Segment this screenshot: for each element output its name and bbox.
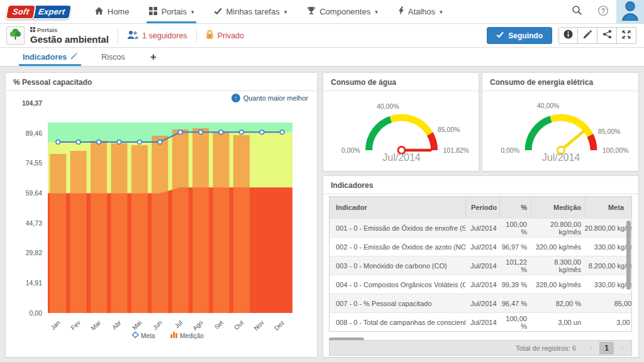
table-row[interactable]: 007 - 0 - % Pessoal capacitadoJul/201496… bbox=[330, 293, 631, 312]
add-tab-button[interactable]: + bbox=[145, 48, 162, 66]
table-row[interactable]: 004 - 0 - Compostos Orgânicos Voláteis (… bbox=[330, 275, 631, 293]
svg-text:89,46: 89,46 bbox=[26, 129, 42, 137]
svg-text:Set: Set bbox=[213, 319, 225, 331]
grid-icon bbox=[149, 7, 157, 17]
panel-consumo-agua: Consumo de água 0,00%40,00%85,00%101,82%… bbox=[323, 72, 479, 172]
user-avatar[interactable] bbox=[616, 0, 644, 23]
table-cell: 8.200,00 kg/mês bbox=[585, 256, 631, 275]
panel-title: Consumo de energia elétrica bbox=[482, 73, 638, 91]
svg-text:59,64: 59,64 bbox=[26, 189, 42, 197]
top-nav-right: ? bbox=[564, 0, 644, 23]
search-icon bbox=[572, 5, 582, 18]
table-row[interactable]: 003 - 0 - Monóxido de carbono (CO)Jul/20… bbox=[330, 256, 631, 275]
table-cell: 3,00 un bbox=[531, 319, 585, 326]
info-button[interactable] bbox=[558, 27, 578, 44]
panel-indicadores: Indicadores Indicador Período % Medição … bbox=[323, 175, 639, 358]
chevron-down-icon: ▾ bbox=[284, 9, 287, 15]
person-icon bbox=[621, 1, 639, 23]
svg-text:Dez: Dez bbox=[273, 319, 286, 332]
svg-text:Ago: Ago bbox=[191, 319, 204, 332]
next-page-button[interactable]: › bbox=[615, 342, 630, 354]
svg-text:29,82: 29,82 bbox=[26, 249, 42, 256]
column-header-meta: Meta bbox=[585, 197, 631, 218]
svg-text:Medição: Medição bbox=[180, 332, 204, 339]
following-button[interactable]: Seguindo bbox=[487, 27, 552, 44]
vertical-scrollbar-thumb[interactable] bbox=[626, 221, 631, 290]
prev-page-button[interactable]: ‹ bbox=[584, 342, 598, 354]
svg-text:Meta: Meta bbox=[141, 332, 155, 339]
svg-text:Out: Out bbox=[233, 319, 245, 331]
nav-item-componentes[interactable]: Componentes ▾ bbox=[297, 0, 387, 23]
home-icon bbox=[94, 6, 104, 18]
table-cell: 96,47 % bbox=[499, 300, 531, 307]
page-title: Gestão ambiental bbox=[30, 35, 109, 44]
table-cell: 004 - 0 - Compostos Orgânicos Voláteis (… bbox=[330, 281, 465, 288]
following-label: Seguindo bbox=[508, 31, 543, 40]
table-cell: 003 - 0 - Monóxido de carbono (CO) bbox=[330, 262, 465, 270]
table-footer: Total de registros: 6 ‹ 1 › bbox=[329, 340, 632, 356]
table-row[interactable]: 002 - 0 - Emissão de Óxidos de azoto (NO… bbox=[330, 237, 631, 256]
nav-item-minhas-tarefas[interactable]: Minhas tarefas ▾ bbox=[204, 0, 297, 23]
nav-item-atalhos[interactable]: Atalhos ▾ bbox=[388, 0, 453, 23]
portal-header: Portais Gestão ambiental 1 seguidores Pr… bbox=[0, 24, 644, 48]
tab-indicadores[interactable]: Indicadores bbox=[19, 48, 81, 66]
nav-item-label: Atalhos bbox=[408, 7, 435, 16]
table-cell: 96,97 % bbox=[499, 243, 531, 251]
search-button[interactable] bbox=[564, 0, 590, 23]
table-cell: 100,00 % bbox=[499, 221, 531, 236]
followers-label: 1 seguidores bbox=[142, 31, 187, 40]
page-1-button[interactable]: 1 bbox=[599, 342, 614, 354]
svg-text:Fev: Fev bbox=[69, 319, 82, 332]
svg-text:101,82%: 101,82% bbox=[443, 146, 469, 154]
chevron-down-icon: ▾ bbox=[191, 9, 194, 15]
svg-text:Abr: Abr bbox=[111, 319, 123, 331]
table-cell: 20.800,00 kg/mês bbox=[531, 221, 585, 236]
panel-pessoal-capacitado: % Pessoal capacitado ↑ Quanto maior melh… bbox=[5, 72, 318, 358]
svg-text:104,37: 104,37 bbox=[22, 99, 42, 107]
people-icon bbox=[127, 30, 138, 41]
fullscreen-button[interactable] bbox=[617, 27, 636, 44]
privacy-status: Privado bbox=[206, 30, 244, 41]
table-row[interactable]: 008 - 0 - Total de campanhas de conscien… bbox=[330, 312, 631, 331]
panel-title: Consumo de água bbox=[323, 73, 479, 91]
table-cell: 320,00 kg/mês bbox=[531, 243, 585, 251]
panel-consumo-energia: Consumo de energia elétrica 0,00%40,00%8… bbox=[482, 72, 639, 172]
nav-item-label: Home bbox=[108, 7, 130, 16]
svg-text:14,91: 14,91 bbox=[26, 279, 42, 287]
top-navigation: Soft Expert Home Portais ▾ Minhas tarefa… bbox=[0, 0, 644, 24]
table-row[interactable]: 001 - 0 - Emissão de Óxidos de enxofre (… bbox=[330, 218, 631, 237]
svg-text:Nov: Nov bbox=[252, 319, 265, 332]
table-cell: Jul/2014 bbox=[465, 300, 499, 307]
softexpert-logo[interactable]: Soft Expert bbox=[6, 0, 72, 23]
bar-line-chart: 0,0014,9129,8244,7359,6474,5589,46104,37… bbox=[6, 89, 317, 357]
check-icon bbox=[496, 31, 504, 40]
lightning-icon bbox=[398, 6, 404, 17]
chevron-down-icon: ▾ bbox=[375, 9, 378, 15]
grid-icon bbox=[30, 27, 35, 33]
portal-avatar bbox=[6, 26, 25, 45]
lock-icon bbox=[206, 30, 214, 41]
followers-link[interactable]: 1 seguidores bbox=[127, 30, 187, 41]
table-cell: 99,39 % bbox=[499, 281, 531, 288]
tab-riscos[interactable]: Riscos bbox=[97, 48, 129, 66]
svg-text:44,73: 44,73 bbox=[26, 219, 42, 227]
table-cell: 82,00 % bbox=[531, 300, 585, 307]
indicators-table: Indicador Período % Medição Meta 001 - 0… bbox=[329, 196, 632, 332]
pencil-icon[interactable] bbox=[70, 53, 77, 62]
table-header: Indicador Período % Medição Meta bbox=[330, 197, 631, 218]
help-button[interactable]: ? bbox=[590, 0, 616, 23]
table-cell: 002 - 0 - Emissão de Óxidos de azoto (NO… bbox=[330, 243, 465, 251]
nav-item-home[interactable]: Home bbox=[84, 0, 140, 23]
table-cell: Jul/2014 bbox=[465, 224, 499, 232]
edit-button[interactable] bbox=[578, 27, 597, 44]
table-cell: 330,00 kg/mês bbox=[585, 275, 631, 293]
column-header-indicador: Indicador bbox=[330, 197, 465, 218]
column-header-percent: % bbox=[499, 197, 531, 218]
table-cell: 330,00 kg/mês bbox=[585, 238, 631, 256]
table-cell: Jul/2014 bbox=[465, 243, 499, 251]
table-cell: Jul/2014 bbox=[465, 262, 499, 270]
question-icon: ? bbox=[597, 5, 609, 19]
share-button[interactable] bbox=[597, 27, 617, 44]
nav-item-portais[interactable]: Portais ▾ bbox=[139, 0, 204, 23]
svg-text:100,00%: 100,00% bbox=[602, 146, 628, 154]
